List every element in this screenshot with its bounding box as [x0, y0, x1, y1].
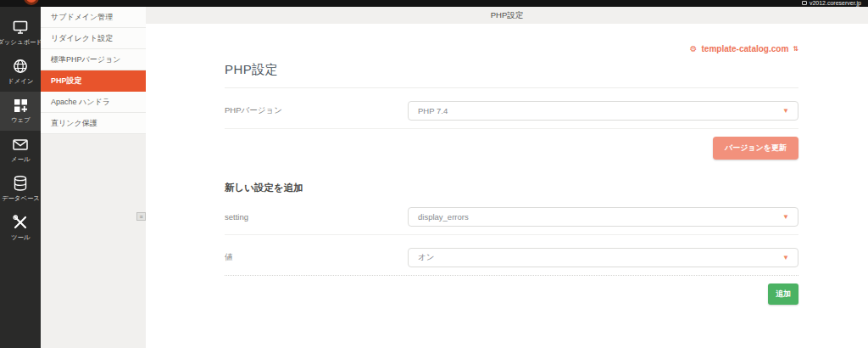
primary-sidebar: ダッシュボード ドメイン ウェブ メール データベース: [0, 7, 41, 348]
add-button-row: 追加: [225, 283, 798, 305]
server-name: v2012.coreserver.jp: [810, 0, 861, 7]
section-title-new-setting: 新しい設定を追加: [225, 182, 798, 194]
tools-icon: [12, 215, 29, 230]
updown-caret-icon: ⇅: [793, 46, 798, 53]
sidebar-item-label: データベース: [2, 194, 40, 202]
value-row: 値 オン ▼: [225, 248, 798, 276]
menu-item-label: PHP設定: [51, 76, 82, 87]
sidebar-item-web[interactable]: ウェブ: [0, 92, 41, 131]
php-version-selected-value: PHP 7.4: [418, 106, 448, 115]
page: v2012.coreserver.jp ダッシュボード ドメイン ウェブ: [0, 0, 868, 348]
php-version-select[interactable]: PHP 7.4 ▼: [408, 101, 798, 121]
menu-item-subdomain[interactable]: サブドメイン管理: [41, 7, 146, 28]
page-title: PHP設定: [491, 10, 524, 21]
divider: [225, 87, 798, 88]
value-select[interactable]: オン ▼: [408, 248, 798, 267]
mail-icon: [12, 137, 29, 152]
php-version-label: PHPバージョン: [225, 105, 408, 116]
add-button[interactable]: 追加: [768, 283, 798, 305]
setting-label: setting: [225, 212, 408, 222]
sidebar-resize-grip[interactable]: ≡: [136, 212, 146, 221]
server-icon: [802, 1, 807, 5]
database-icon: [12, 176, 29, 191]
dashboard-icon: [12, 20, 29, 35]
main-area: PHP設定 ⚙ template-catalog.com ⇅ PHP設定 PHP…: [146, 7, 868, 348]
menu-item-label: リダイレクト設定: [51, 33, 113, 44]
web-icon: [12, 98, 29, 113]
menu-item-label: Apache ハンドラ: [51, 97, 110, 108]
sidebar-item-label: ドメイン: [8, 76, 33, 85]
gear-icon: ⚙: [690, 45, 698, 53]
section-title-php: PHP設定: [225, 62, 798, 78]
sidebar-item-tools[interactable]: ツール: [0, 209, 41, 248]
setting-select[interactable]: display_errors ▼: [408, 207, 798, 227]
page-title-bar: PHP設定: [146, 7, 868, 24]
sidebar-item-label: メール: [11, 154, 30, 163]
setting-row: setting display_errors ▼: [225, 207, 798, 235]
sidebar-item-label: ウェブ: [11, 115, 31, 124]
update-version-button[interactable]: バージョンを更新: [713, 137, 798, 160]
chevron-down-icon: ▼: [782, 213, 789, 221]
menu-item-redirect[interactable]: リダイレクト設定: [41, 28, 146, 49]
menu-item-apache-handler[interactable]: Apache ハンドラ: [41, 92, 146, 113]
sidebar-item-database[interactable]: データベース: [0, 170, 41, 209]
php-version-row: PHPバージョン PHP 7.4 ▼: [225, 101, 798, 129]
value-selected-value: オン: [418, 252, 434, 263]
setting-selected-value: display_errors: [418, 212, 469, 222]
menu-item-label: 標準PHPバージョン: [51, 54, 120, 65]
menu-item-label: サブドメイン管理: [51, 12, 113, 23]
server-indicator[interactable]: v2012.coreserver.jp: [802, 0, 861, 7]
menu-item-label: 直リンク保護: [51, 118, 97, 129]
sidebar-item-domain[interactable]: ドメイン: [0, 53, 41, 92]
value-label: 値: [225, 252, 408, 263]
domain-selector-value: template-catalog.com: [701, 44, 788, 53]
menu-item-php-settings[interactable]: PHP設定: [41, 70, 146, 92]
secondary-sidebar: サブドメイン管理 リダイレクト設定 標準PHPバージョン PHP設定 Apach…: [41, 7, 146, 348]
sidebar-item-mail[interactable]: メール: [0, 131, 41, 170]
menu-item-hotlink-protection[interactable]: 直リンク保護: [41, 113, 146, 134]
update-button-row: バージョンを更新: [225, 137, 798, 160]
menu-item-default-php-version[interactable]: 標準PHPバージョン: [41, 49, 146, 70]
domain-selector[interactable]: ⚙ template-catalog.com ⇅: [225, 44, 798, 53]
top-bar: v2012.coreserver.jp: [0, 0, 868, 7]
content: ⚙ template-catalog.com ⇅ PHP設定 PHPバージョン …: [146, 44, 868, 305]
chevron-down-icon: ▼: [782, 107, 789, 115]
coreserver-logo-icon[interactable]: [24, 0, 39, 5]
domain-icon: [12, 59, 29, 74]
sidebar-item-label: ダッシュボード: [0, 37, 42, 46]
sidebar-item-dashboard[interactable]: ダッシュボード: [0, 14, 41, 53]
chevron-down-icon: ▼: [782, 254, 789, 261]
sidebar-item-label: ツール: [11, 233, 30, 241]
